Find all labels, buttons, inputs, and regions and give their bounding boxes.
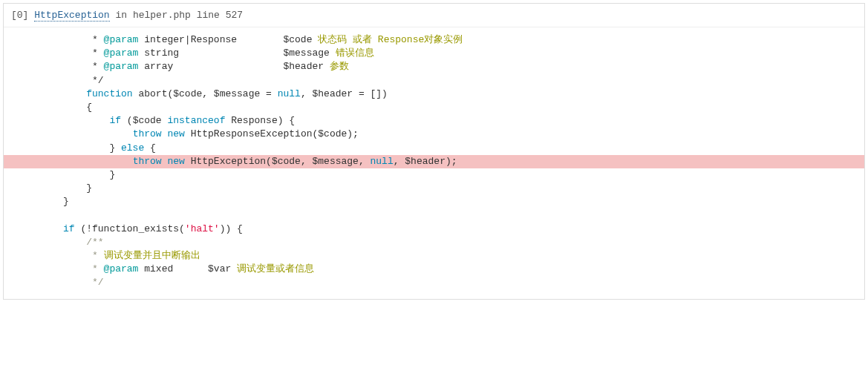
trace-index: [0]: [11, 10, 28, 21]
code-line: function abort($code, $message = null, $…: [4, 88, 864, 101]
code-line: if ($code instanceof Response) {: [4, 114, 864, 128]
code-line: } else {: [4, 142, 864, 155]
error-trace-panel: [0] HttpException in helper.php line 527…: [3, 3, 865, 300]
code-line: [4, 208, 864, 222]
code-line-highlighted: throw new HttpException($code, $message,…: [4, 155, 864, 168]
code-line: }: [4, 195, 864, 208]
code-line: /**: [4, 236, 864, 249]
source-code-block: * @param integer|Response $code 状态码 或者 R…: [4, 27, 864, 299]
code-line: throw new HttpResponseException($code);: [4, 128, 864, 141]
code-line: * @param mixed $var 调试变量或者信息: [4, 263, 864, 276]
file-location: helper.php line 527: [133, 10, 243, 21]
code-line: * @param string $message 错误信息: [4, 47, 864, 60]
trace-header: [0] HttpException in helper.php line 527: [4, 4, 864, 27]
code-line: * 调试变量并且中断输出: [4, 249, 864, 263]
code-line: }: [4, 182, 864, 195]
code-line: }: [4, 168, 864, 182]
code-line: * @param array $header 参数: [4, 60, 864, 73]
code-line: */: [4, 74, 864, 88]
exception-name[interactable]: HttpException: [34, 10, 109, 22]
code-line: */: [4, 276, 864, 289]
code-line: * @param integer|Response $code 状态码 或者 R…: [4, 33, 864, 47]
in-label: in: [115, 10, 127, 21]
code-line: {: [4, 101, 864, 114]
code-line: if (!function_exists('halt')) {: [4, 223, 864, 236]
